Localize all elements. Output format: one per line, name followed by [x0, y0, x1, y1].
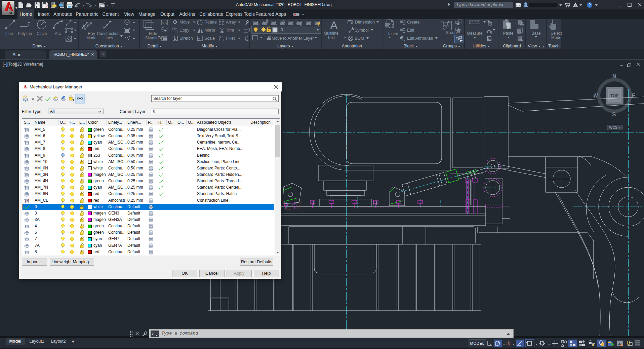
- svg-text:A-A: A-A: [162, 21, 167, 25]
- svg-text:A: A: [352, 27, 354, 31]
- svg-text:A: A: [330, 19, 338, 32]
- svg-text:?: ?: [588, 3, 591, 7]
- svg-text:0: 0: [281, 28, 283, 32]
- svg-text:M: M: [9, 11, 12, 15]
- svg-text:!: !: [622, 343, 623, 347]
